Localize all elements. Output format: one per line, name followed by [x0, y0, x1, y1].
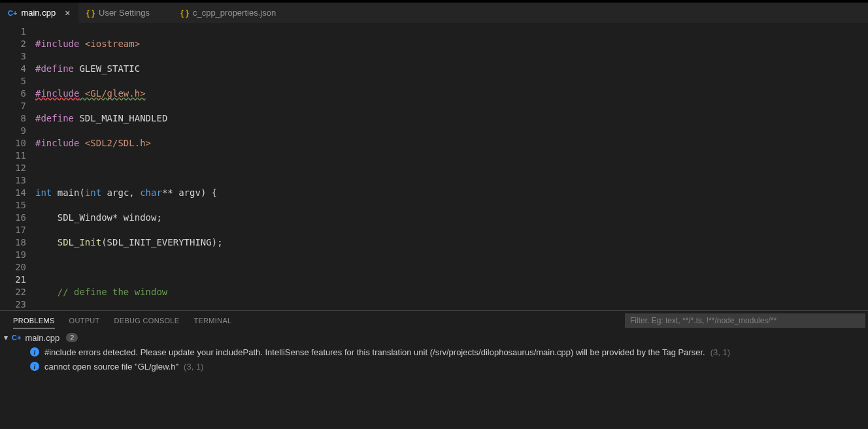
panel-tab-output[interactable]: OUTPUT — [69, 317, 100, 325]
problem-location: (3, 1) — [710, 347, 730, 357]
problem-location: (3, 1) — [184, 362, 203, 372]
bottom-panel: PROBLEMS OUTPUT DEBUG CONSOLE TERMINAL ▾… — [0, 310, 868, 429]
tab-label: c_cpp_properties.json — [193, 8, 276, 18]
problem-item[interactable]: i #include errors detected. Please updat… — [0, 345, 868, 359]
problem-message: #include errors detected. Please update … — [44, 347, 705, 357]
json-icon: { } — [86, 8, 95, 18]
code-area[interactable]: #include <iostream> #define GLEW_STATIC … — [35, 23, 868, 310]
code-editor[interactable]: 1234 5678 9101112 13141516 17181920 2122… — [0, 23, 868, 310]
chevron-down-icon: ▾ — [4, 333, 8, 342]
info-icon: i — [30, 347, 39, 357]
problem-message: cannot open source file "GL/glew.h" — [44, 362, 178, 372]
problems-list: ▾ C+ main.cpp 2 i #include errors detect… — [0, 330, 868, 429]
cpp-icon: C+ — [12, 334, 21, 342]
editor-tab-bar: C+ main.cpp × { } User Settings × { } c_… — [0, 3, 868, 23]
problems-file-row[interactable]: ▾ C+ main.cpp 2 — [0, 330, 868, 345]
info-icon: i — [30, 362, 39, 371]
close-icon[interactable]: × — [65, 8, 70, 18]
tab-main-cpp[interactable]: C+ main.cpp × — [0, 3, 78, 23]
panel-tab-debug-console[interactable]: DEBUG CONSOLE — [114, 317, 180, 325]
panel-tab-bar: PROBLEMS OUTPUT DEBUG CONSOLE TERMINAL — [0, 311, 868, 330]
problems-file-name: main.cpp — [25, 333, 59, 343]
problems-filter-input[interactable] — [625, 313, 865, 328]
panel-tab-problems[interactable]: PROBLEMS — [13, 317, 55, 328]
problems-count-badge: 2 — [66, 333, 78, 342]
tab-label: User Settings — [99, 8, 150, 18]
panel-tab-terminal[interactable]: TERMINAL — [193, 317, 231, 325]
cpp-icon: C+ — [8, 9, 17, 17]
tab-user-settings[interactable]: { } User Settings × — [78, 3, 173, 23]
tab-c-cpp-properties[interactable]: { } c_cpp_properties.json × — [173, 3, 299, 23]
problem-item[interactable]: i cannot open source file "GL/glew.h" (3… — [0, 359, 868, 373]
tab-label: main.cpp — [21, 8, 56, 18]
json-icon: { } — [180, 8, 189, 18]
line-number-gutter: 1234 5678 9101112 13141516 17181920 2122… — [0, 23, 35, 310]
